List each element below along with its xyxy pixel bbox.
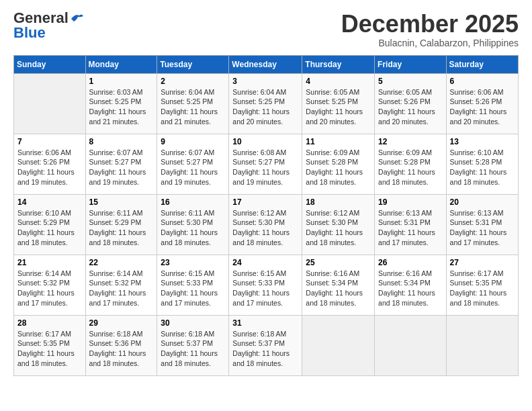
day-number: 2: [161, 77, 225, 86]
day-number: 21: [17, 258, 82, 267]
day-info: Sunrise: 6:06 AMSunset: 5:26 PMDaylight:…: [450, 87, 515, 127]
day-number: 7: [17, 137, 82, 146]
calendar-cell: 1Sunrise: 6:03 AMSunset: 5:25 PMDaylight…: [85, 73, 157, 134]
calendar-week-row: 21Sunrise: 6:14 AMSunset: 5:32 PMDayligh…: [14, 255, 519, 315]
calendar-cell: [14, 73, 86, 134]
weekday-header-tuesday: Tuesday: [157, 55, 229, 73]
location: Bulacnin, Calabarzon, Philippines: [341, 38, 519, 48]
weekday-header-row: SundayMondayTuesdayWednesdayThursdayFrid…: [14, 55, 519, 73]
calendar-cell: 24Sunrise: 6:15 AMSunset: 5:33 PMDayligh…: [229, 255, 302, 315]
weekday-header-thursday: Thursday: [302, 55, 375, 73]
day-info: Sunrise: 6:07 AMSunset: 5:27 PMDaylight:…: [161, 148, 225, 187]
day-number: 11: [306, 137, 371, 146]
day-number: 18: [306, 197, 371, 207]
day-number: 31: [232, 318, 298, 328]
calendar-cell: 27Sunrise: 6:17 AMSunset: 5:35 PMDayligh…: [446, 255, 518, 315]
day-info: Sunrise: 6:16 AMSunset: 5:34 PMDaylight:…: [378, 269, 443, 308]
weekday-header-monday: Monday: [85, 55, 157, 73]
month-title: December 2025: [341, 11, 519, 38]
day-info: Sunrise: 6:12 AMSunset: 5:30 PMDaylight:…: [232, 208, 298, 248]
day-info: Sunrise: 6:05 AMSunset: 5:25 PMDaylight:…: [306, 87, 371, 127]
day-number: 5: [378, 77, 443, 86]
day-number: 4: [306, 77, 371, 86]
calendar-cell: 9Sunrise: 6:07 AMSunset: 5:27 PMDaylight…: [157, 134, 229, 194]
calendar-week-row: 14Sunrise: 6:10 AMSunset: 5:29 PMDayligh…: [14, 194, 519, 255]
day-number: 26: [378, 258, 443, 267]
calendar-cell: 31Sunrise: 6:18 AMSunset: 5:37 PMDayligh…: [229, 315, 302, 375]
day-number: 3: [232, 77, 298, 86]
day-info: Sunrise: 6:15 AMSunset: 5:33 PMDaylight:…: [232, 269, 298, 308]
weekday-header-friday: Friday: [375, 55, 447, 73]
day-number: 14: [17, 197, 82, 207]
day-info: Sunrise: 6:16 AMSunset: 5:34 PMDaylight:…: [306, 269, 371, 308]
calendar-cell: 15Sunrise: 6:11 AMSunset: 5:29 PMDayligh…: [85, 194, 157, 255]
calendar-cell: 28Sunrise: 6:17 AMSunset: 5:35 PMDayligh…: [14, 315, 86, 375]
day-number: 13: [450, 137, 515, 146]
day-info: Sunrise: 6:17 AMSunset: 5:35 PMDaylight:…: [17, 329, 82, 369]
day-number: 15: [89, 197, 154, 207]
day-info: Sunrise: 6:15 AMSunset: 5:33 PMDaylight:…: [161, 269, 225, 308]
day-info: Sunrise: 6:08 AMSunset: 5:27 PMDaylight:…: [232, 148, 298, 187]
day-number: 28: [17, 318, 82, 328]
day-number: 9: [161, 137, 225, 146]
day-info: Sunrise: 6:13 AMSunset: 5:31 PMDaylight:…: [450, 208, 515, 248]
day-info: Sunrise: 6:10 AMSunset: 5:28 PMDaylight:…: [450, 148, 515, 187]
day-info: Sunrise: 6:04 AMSunset: 5:25 PMDaylight:…: [232, 87, 298, 127]
calendar-cell: 3Sunrise: 6:04 AMSunset: 5:25 PMDaylight…: [229, 73, 302, 134]
calendar-cell: 8Sunrise: 6:07 AMSunset: 5:27 PMDaylight…: [85, 134, 157, 194]
day-number: 6: [450, 77, 515, 86]
calendar-week-row: 1Sunrise: 6:03 AMSunset: 5:25 PMDaylight…: [14, 73, 519, 134]
day-info: Sunrise: 6:09 AMSunset: 5:28 PMDaylight:…: [306, 148, 371, 187]
calendar-cell: 14Sunrise: 6:10 AMSunset: 5:29 PMDayligh…: [14, 194, 86, 255]
calendar-cell: 2Sunrise: 6:04 AMSunset: 5:25 PMDaylight…: [157, 73, 229, 134]
weekday-header-wednesday: Wednesday: [229, 55, 302, 73]
calendar-cell: [375, 315, 447, 375]
calendar-cell: 20Sunrise: 6:13 AMSunset: 5:31 PMDayligh…: [446, 194, 518, 255]
day-number: 25: [306, 258, 371, 267]
day-number: 8: [89, 137, 154, 146]
calendar-cell: 16Sunrise: 6:11 AMSunset: 5:30 PMDayligh…: [157, 194, 229, 255]
day-info: Sunrise: 6:05 AMSunset: 5:26 PMDaylight:…: [378, 87, 443, 127]
calendar-cell: 13Sunrise: 6:10 AMSunset: 5:28 PMDayligh…: [446, 134, 518, 194]
day-number: 1: [89, 77, 154, 86]
day-info: Sunrise: 6:18 AMSunset: 5:37 PMDaylight:…: [161, 329, 225, 369]
calendar-cell: 25Sunrise: 6:16 AMSunset: 5:34 PMDayligh…: [302, 255, 375, 315]
day-info: Sunrise: 6:07 AMSunset: 5:27 PMDaylight:…: [89, 148, 154, 187]
day-info: Sunrise: 6:09 AMSunset: 5:28 PMDaylight:…: [378, 148, 443, 187]
day-info: Sunrise: 6:17 AMSunset: 5:35 PMDaylight:…: [450, 269, 515, 308]
weekday-header-sunday: Sunday: [14, 55, 86, 73]
page-header: General Blue December 2025 Bulacnin, Cal…: [13, 11, 519, 48]
day-info: Sunrise: 6:13 AMSunset: 5:31 PMDaylight:…: [378, 208, 443, 248]
calendar-table: SundayMondayTuesdayWednesdayThursdayFrid…: [13, 55, 519, 376]
calendar-cell: 10Sunrise: 6:08 AMSunset: 5:27 PMDayligh…: [229, 134, 302, 194]
calendar-week-row: 7Sunrise: 6:06 AMSunset: 5:26 PMDaylight…: [14, 134, 519, 194]
day-number: 29: [89, 318, 154, 328]
calendar-cell: 29Sunrise: 6:18 AMSunset: 5:36 PMDayligh…: [85, 315, 157, 375]
calendar-week-row: 28Sunrise: 6:17 AMSunset: 5:35 PMDayligh…: [14, 315, 519, 375]
calendar-cell: 7Sunrise: 6:06 AMSunset: 5:26 PMDaylight…: [14, 134, 86, 194]
day-info: Sunrise: 6:14 AMSunset: 5:32 PMDaylight:…: [17, 269, 82, 308]
calendar-cell: 6Sunrise: 6:06 AMSunset: 5:26 PMDaylight…: [446, 73, 518, 134]
calendar-cell: 19Sunrise: 6:13 AMSunset: 5:31 PMDayligh…: [375, 194, 447, 255]
day-number: 12: [378, 137, 443, 146]
calendar-cell: 5Sunrise: 6:05 AMSunset: 5:26 PMDaylight…: [375, 73, 447, 134]
logo: General Blue: [13, 11, 85, 40]
calendar-cell: 18Sunrise: 6:12 AMSunset: 5:30 PMDayligh…: [302, 194, 375, 255]
calendar-cell: 23Sunrise: 6:15 AMSunset: 5:33 PMDayligh…: [157, 255, 229, 315]
day-info: Sunrise: 6:10 AMSunset: 5:29 PMDaylight:…: [17, 208, 82, 248]
calendar-cell: 21Sunrise: 6:14 AMSunset: 5:32 PMDayligh…: [14, 255, 86, 315]
day-number: 22: [89, 258, 154, 267]
logo-blue-text: Blue: [13, 26, 46, 40]
calendar-cell: [446, 315, 518, 375]
day-info: Sunrise: 6:12 AMSunset: 5:30 PMDaylight:…: [306, 208, 371, 248]
day-number: 27: [450, 258, 515, 267]
day-info: Sunrise: 6:03 AMSunset: 5:25 PMDaylight:…: [89, 87, 154, 127]
day-number: 19: [378, 197, 443, 207]
bird-icon: [70, 12, 85, 24]
calendar-cell: [302, 315, 375, 375]
title-block: December 2025 Bulacnin, Calabarzon, Phil…: [341, 11, 519, 48]
calendar-cell: 12Sunrise: 6:09 AMSunset: 5:28 PMDayligh…: [375, 134, 447, 194]
weekday-header-saturday: Saturday: [446, 55, 518, 73]
day-info: Sunrise: 6:18 AMSunset: 5:37 PMDaylight:…: [232, 329, 298, 369]
day-info: Sunrise: 6:06 AMSunset: 5:26 PMDaylight:…: [17, 148, 82, 187]
